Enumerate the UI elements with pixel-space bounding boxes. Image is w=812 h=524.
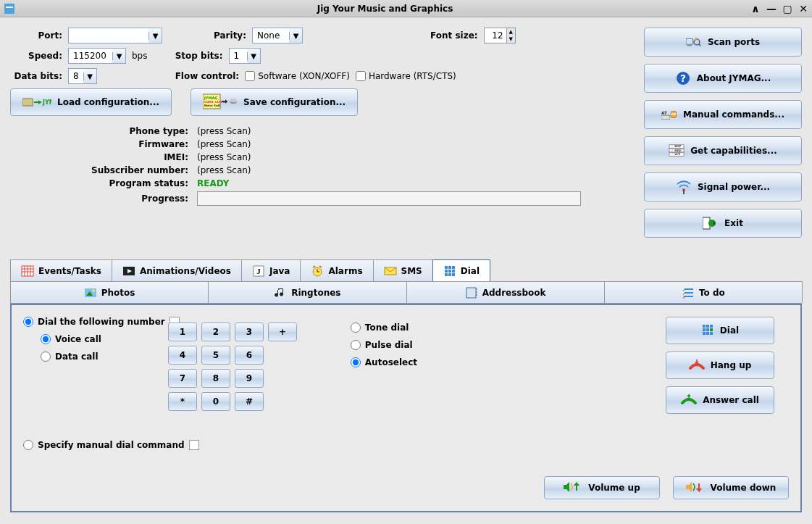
manual-commands-button[interactable]: AT_OK Manual commands...: [644, 100, 802, 129]
tab-alarms[interactable]: Alarms: [300, 259, 373, 281]
key-3[interactable]: 3: [235, 323, 264, 341]
svg-rect-73: [706, 325, 709, 328]
key-hash[interactable]: #: [235, 392, 264, 411]
key-1[interactable]: 1: [168, 323, 197, 341]
key-plus[interactable]: +: [268, 323, 297, 341]
databits-label: Data bits:: [10, 71, 62, 81]
key-7[interactable]: 7: [168, 369, 197, 388]
chevron-down-icon[interactable]: ▼: [247, 52, 260, 60]
answer-button[interactable]: Answer call: [666, 386, 774, 414]
port-select[interactable]: ▼: [68, 28, 162, 43]
keypad-icon: [443, 265, 456, 278]
tab-dial[interactable]: Dial: [432, 259, 490, 281]
manual-dial-radio[interactable]: Specify manual dial command: [23, 440, 651, 450]
status-value: READY: [197, 178, 230, 188]
dial-button[interactable]: Dial: [666, 317, 774, 344]
tab-animations[interactable]: Animations/Videos: [112, 259, 242, 281]
key-0[interactable]: 0: [201, 392, 230, 411]
key-4[interactable]: 4: [168, 346, 197, 365]
chevron-down-icon[interactable]: ▼: [83, 72, 96, 80]
spinner-up-icon[interactable]: ▲: [507, 28, 515, 36]
svg-rect-62: [466, 288, 476, 298]
svg-rect-52: [452, 266, 455, 269]
status-label: Program status:: [10, 178, 197, 188]
todo-icon: ✓✓✗: [682, 286, 695, 299]
signal-power-button[interactable]: Signal power...: [644, 172, 802, 201]
svg-text:None Soft: None Soft: [204, 104, 220, 107]
java-icon: J: [252, 265, 265, 278]
spinner-down-icon[interactable]: ▼: [507, 36, 515, 43]
voice-call-radio[interactable]: Voice call: [41, 334, 651, 344]
exit-icon: [703, 215, 719, 231]
stopbits-label: Stop bits:: [172, 51, 223, 61]
svg-line-48: [319, 266, 322, 267]
tab-todo[interactable]: ✓✓✗ To do: [604, 281, 803, 303]
dial-number-radio[interactable]: Dial the following number: [23, 317, 651, 327]
firmware-label: Firmware:: [10, 139, 197, 149]
fontsize-spinner[interactable]: 12 ▲ ▼: [484, 28, 516, 43]
volume-up-button[interactable]: Volume up: [544, 476, 660, 499]
data-call-radio[interactable]: Data call: [41, 352, 651, 362]
key-5[interactable]: 5: [201, 346, 230, 365]
save-config-button[interactable]: JYMAGCOM1 115200None Soft Save configura…: [191, 88, 358, 116]
window-close-button[interactable]: ✕: [798, 3, 809, 14]
key-9[interactable]: 9: [235, 369, 264, 388]
speed-select[interactable]: 115200 ▼: [68, 48, 126, 64]
question-icon: ?: [675, 70, 691, 86]
tab-sms[interactable]: SMS: [373, 259, 433, 281]
svg-rect-77: [710, 328, 713, 331]
speed-unit: bps: [132, 51, 148, 61]
svg-point-61: [92, 289, 95, 292]
svg-text:J: J: [256, 267, 261, 275]
chevron-down-icon[interactable]: ▼: [112, 52, 125, 60]
chevron-down-icon[interactable]: ▼: [289, 32, 302, 40]
stopbits-select[interactable]: 1 ▼: [229, 48, 261, 64]
key-2[interactable]: 2: [201, 323, 230, 341]
window-maximize-button[interactable]: ▢: [782, 3, 793, 14]
tab-photos[interactable]: Photos: [10, 281, 209, 303]
tab-ringtones[interactable]: Ringtones: [208, 281, 406, 303]
about-button[interactable]: ? About JYMAG...: [644, 64, 802, 93]
autoselect-radio[interactable]: Autoselect: [351, 357, 417, 367]
tone-dial-radio[interactable]: Tone dial: [351, 323, 417, 333]
manual-dial-input[interactable]: [189, 440, 199, 450]
get-capabilities-button[interactable]: ✓BMP✓MIDI✓VCF Get capabilities...: [644, 136, 802, 165]
key-8[interactable]: 8: [201, 369, 230, 388]
svg-line-47: [313, 266, 315, 267]
pulse-dial-radio[interactable]: Pulse dial: [351, 340, 417, 350]
load-config-button[interactable]: JYMAG Load configuration...: [10, 88, 172, 116]
tab-events[interactable]: Events/Tasks: [10, 259, 112, 281]
chevron-down-icon[interactable]: ▼: [148, 32, 162, 40]
speed-label: Speed:: [10, 51, 62, 61]
exit-button[interactable]: Exit: [644, 209, 802, 238]
progress-label: Progress:: [10, 194, 197, 204]
calendar-icon: [21, 265, 34, 278]
window-minimize-button[interactable]: —: [766, 3, 777, 14]
key-6[interactable]: 6: [235, 346, 264, 365]
flow-hardware-checkbox[interactable]: Hardware (RTS/CTS): [356, 71, 456, 81]
key-star[interactable]: *: [168, 392, 197, 411]
video-icon: [122, 265, 135, 278]
databits-select[interactable]: 8 ▼: [68, 68, 97, 84]
tab-java[interactable]: J Java: [241, 259, 301, 281]
port-label: Port:: [10, 30, 62, 41]
subscriber-value: (press Scan): [197, 165, 251, 175]
envelope-icon: [384, 265, 397, 278]
svg-rect-57: [448, 273, 451, 276]
parity-select[interactable]: None ▼: [252, 28, 303, 43]
svg-rect-53: [445, 270, 448, 273]
window-caret-button[interactable]: ∧: [750, 3, 761, 14]
photo-icon: [84, 286, 97, 299]
svg-text:✓: ✓: [671, 149, 674, 152]
svg-rect-54: [448, 270, 451, 273]
svg-rect-76: [706, 328, 709, 331]
tab-addressbook[interactable]: Addressbook: [406, 281, 605, 303]
hangup-button[interactable]: Hang up: [666, 352, 774, 379]
volume-down-button[interactable]: Volume down: [673, 476, 789, 499]
scan-ports-button[interactable]: Scan ports: [644, 28, 802, 57]
svg-rect-56: [445, 273, 448, 276]
svg-line-13: [698, 43, 700, 46]
parity-label: Parity:: [203, 30, 246, 41]
hangup-icon: [689, 358, 705, 373]
flow-software-checkbox[interactable]: Software (XON/XOFF): [245, 71, 350, 81]
